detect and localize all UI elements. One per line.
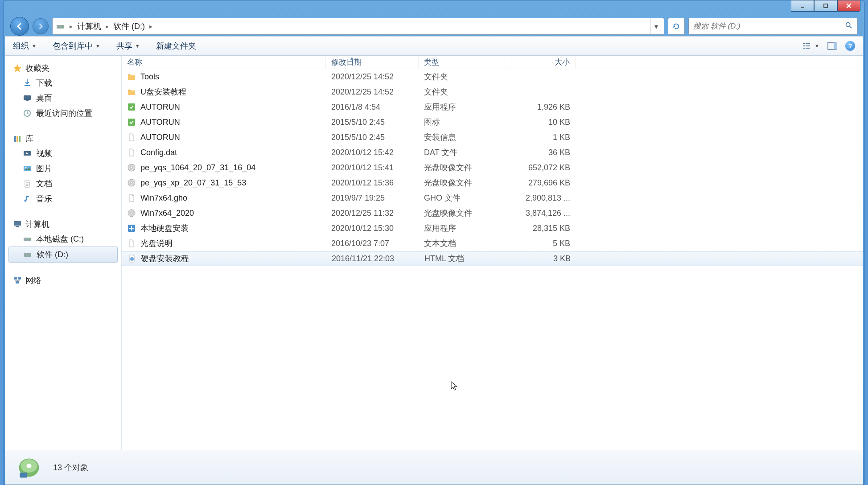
- file-list: ▲ 名称 修改日期 类型 大小 Tools2020/12/25 14:52文件夹…: [122, 56, 863, 450]
- back-button[interactable]: [10, 17, 29, 36]
- file-row[interactable]: Win7x64_20202020/12/25 11:32光盘映像文件3,874,…: [122, 206, 863, 221]
- sidebar-header-computer[interactable]: 计算机: [5, 217, 121, 231]
- file-size: 3,874,126 ...: [511, 209, 576, 218]
- svg-rect-19: [19, 136, 21, 142]
- file-row[interactable]: Tools2020/12/25 14:52文件夹: [122, 69, 863, 84]
- svg-rect-6: [806, 43, 810, 44]
- file-date: 2019/9/7 19:25: [326, 193, 419, 203]
- computer-icon: [13, 220, 22, 229]
- sidebar-group-network: 网络: [5, 273, 121, 288]
- minimize-button[interactable]: [791, 0, 814, 12]
- svg-point-37: [131, 167, 132, 169]
- cursor-icon: [451, 381, 459, 394]
- column-header-type[interactable]: 类型: [419, 56, 511, 69]
- maximize-button[interactable]: [814, 0, 837, 12]
- file-type: HTML 文档: [419, 253, 512, 264]
- window-controls: [791, 0, 860, 12]
- file-row[interactable]: 本地硬盘安装2020/10/12 15:30应用程序28,315 KB: [122, 221, 863, 236]
- sidebar-item-documents[interactable]: 文档: [5, 176, 121, 191]
- svg-rect-32: [18, 277, 21, 279]
- music-icon: [23, 194, 32, 203]
- file-row[interactable]: 硬盘安装教程2016/11/21 22:03HTML 文档3 KB: [122, 251, 863, 266]
- column-header-size[interactable]: 大小: [511, 56, 576, 69]
- sidebar-item-downloads[interactable]: 下载: [5, 75, 121, 90]
- chevron-down-icon: ▼: [95, 43, 100, 49]
- file-name: pe_yqs_xp_20_07_31_15_53: [140, 178, 246, 188]
- address-dropdown[interactable]: ▾: [650, 18, 661, 34]
- include-in-library-menu[interactable]: 包含到库中▼: [53, 41, 100, 51]
- chevron-right-icon: ▸: [148, 23, 154, 30]
- view-menu[interactable]: ▼: [802, 42, 819, 50]
- file-icon: [127, 209, 136, 218]
- file-size: 36 KB: [511, 148, 576, 157]
- file-icon: [127, 103, 136, 111]
- sidebar-item-desktop[interactable]: 桌面: [5, 90, 121, 106]
- file-row[interactable]: 光盘说明2016/10/23 7:07文本文档5 KB: [122, 236, 863, 251]
- svg-rect-35: [128, 119, 135, 126]
- sidebar-item-music[interactable]: 音乐: [5, 191, 121, 206]
- svg-rect-31: [14, 277, 17, 279]
- document-icon: [23, 179, 32, 188]
- file-icon: [128, 254, 136, 263]
- file-row[interactable]: Config.dat2020/10/12 15:42DAT 文件36 KB: [122, 145, 863, 160]
- svg-rect-25: [16, 226, 19, 227]
- sidebar-item-drive-d[interactable]: 软件 (D:): [8, 247, 118, 263]
- forward-button[interactable]: [33, 18, 49, 34]
- file-size: 10 KB: [511, 118, 576, 127]
- chevron-down-icon: ▼: [32, 43, 37, 49]
- svg-rect-14: [24, 95, 31, 100]
- file-date: 2015/5/10 2:45: [326, 133, 419, 142]
- file-size: 279,696 KB: [511, 178, 576, 188]
- sidebar-header-favorites[interactable]: 收藏夹: [5, 61, 121, 75]
- file-name: 光盘说明: [140, 238, 173, 249]
- refresh-button[interactable]: [668, 18, 685, 35]
- new-folder-button[interactable]: 新建文件夹: [156, 41, 196, 51]
- sidebar-header-libraries[interactable]: 库: [5, 132, 121, 146]
- file-row[interactable]: pe_yqs_1064_20_07_31_16_042020/10/12 15:…: [122, 160, 863, 175]
- sidebar-header-network[interactable]: 网络: [5, 273, 121, 288]
- file-row[interactable]: Win7x64.gho2019/9/7 19:25GHO 文件2,900,813…: [122, 190, 863, 206]
- search-bar[interactable]: [688, 18, 858, 35]
- address-bar[interactable]: ▸ 计算机 ▸ 软件 (D:) ▸ ▾: [52, 18, 664, 35]
- file-name: AUTORUN: [140, 133, 180, 142]
- file-date: 2020/12/25 14:52: [326, 87, 419, 97]
- breadcrumb-segment[interactable]: 软件 (D:): [113, 21, 145, 32]
- svg-point-41: [131, 212, 132, 214]
- file-type: 光盘映像文件: [419, 208, 511, 218]
- share-menu[interactable]: 共享▼: [116, 41, 140, 51]
- sidebar-item-drive-c[interactable]: 本地磁盘 (C:): [5, 231, 121, 247]
- preview-pane-button[interactable]: [827, 42, 837, 50]
- file-type: GHO 文件: [419, 193, 511, 203]
- file-name: Config.dat: [140, 148, 177, 157]
- sidebar-item-videos[interactable]: 视频: [5, 146, 121, 161]
- sidebar-item-pictures[interactable]: 图片: [5, 161, 121, 176]
- svg-rect-0: [801, 7, 804, 8]
- column-header-name[interactable]: 名称: [122, 56, 326, 69]
- file-icon: [127, 72, 136, 81]
- organize-menu[interactable]: 组织▼: [13, 41, 37, 51]
- file-date: 2016/11/21 22:03: [326, 254, 419, 263]
- breadcrumb-segment[interactable]: 计算机: [77, 21, 101, 32]
- svg-point-3: [62, 26, 63, 28]
- svg-rect-18: [16, 136, 18, 142]
- file-date: 2016/1/8 4:54: [326, 103, 419, 112]
- sidebar-item-recent[interactable]: 最近访问的位置: [5, 106, 121, 121]
- file-size: 652,072 KB: [511, 163, 576, 173]
- drive-icon: [55, 21, 65, 31]
- download-icon: [23, 78, 32, 87]
- file-date: 2020/10/12 15:36: [326, 178, 419, 188]
- file-row[interactable]: AUTORUN2015/5/10 2:45图标10 KB: [122, 115, 863, 130]
- column-header-date[interactable]: 修改日期: [326, 56, 419, 69]
- file-row[interactable]: pe_yqs_xp_20_07_31_15_532020/10/12 15:36…: [122, 175, 863, 190]
- search-input[interactable]: [693, 22, 845, 31]
- close-button[interactable]: [837, 0, 860, 12]
- file-icon: [127, 87, 136, 96]
- file-row[interactable]: AUTORUN2015/5/10 2:45安装信息1 KB: [122, 130, 863, 145]
- file-row[interactable]: U盘安装教程2020/12/25 14:52文件夹: [122, 84, 863, 99]
- file-icon: [127, 239, 136, 248]
- help-button[interactable]: ?: [845, 41, 855, 51]
- file-row[interactable]: AUTORUN2016/1/8 4:54应用程序1,926 KB: [122, 99, 863, 115]
- svg-rect-33: [16, 281, 19, 284]
- svg-rect-10: [806, 48, 810, 49]
- file-type: 应用程序: [419, 102, 511, 112]
